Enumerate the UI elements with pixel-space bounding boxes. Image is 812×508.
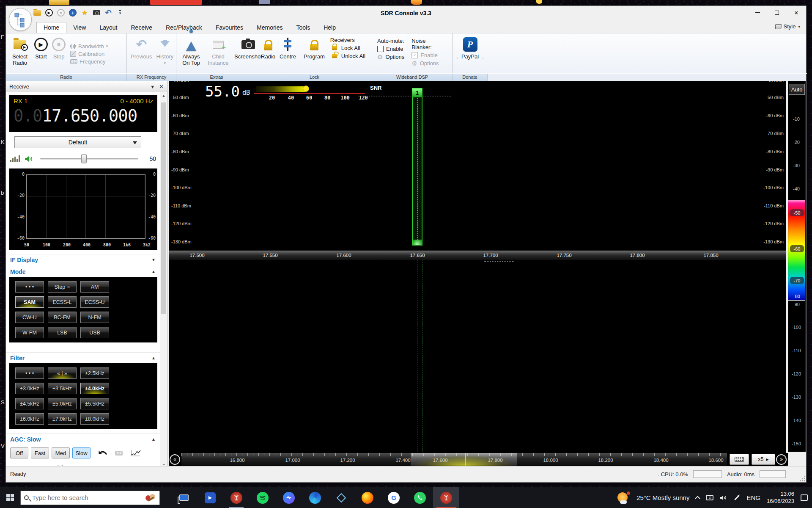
calibration-button[interactable]: Calibration bbox=[70, 51, 108, 57]
tray-expand-icon[interactable] bbox=[696, 495, 700, 500]
taskbar-spotify[interactable] bbox=[250, 487, 276, 508]
nav-ruler[interactable]: 16.800 17.000 17.200 17.400 17.600 17.80… bbox=[181, 453, 727, 466]
speaker-icon[interactable] bbox=[24, 155, 33, 163]
close-panel-icon[interactable]: ✕ bbox=[159, 83, 164, 90]
mode-n-fm-button[interactable]: N-FM bbox=[80, 312, 109, 323]
tab-memories[interactable]: Memories bbox=[250, 22, 289, 33]
mode-more-button[interactable]: • • • bbox=[15, 281, 44, 293]
scrollbar-thumb[interactable] bbox=[161, 102, 166, 314]
mode-bc-fm-button[interactable]: BC-FM bbox=[48, 312, 77, 323]
previous-button[interactable]: ↶ Previous bbox=[129, 35, 154, 72]
section-mode[interactable]: Mode▲ bbox=[6, 266, 160, 277]
volume-slider[interactable] bbox=[40, 158, 138, 160]
tab-favourites[interactable]: Favourites bbox=[209, 22, 250, 33]
agc-off-button[interactable]: Off bbox=[10, 447, 28, 458]
select-radio-button[interactable]: ▶ Select Radio bbox=[8, 35, 32, 72]
agc-slow-button[interactable]: Slow bbox=[72, 447, 91, 458]
frequency-display[interactable]: RX 1 0 - 4000 Hz 0.017.650.000 bbox=[9, 95, 157, 132]
equalizer-icon[interactable] bbox=[10, 155, 20, 162]
waterfall-colour-gradient[interactable]: -50 -60 -70 bbox=[788, 200, 805, 301]
filter-5-0-button[interactable]: ±5.0kHz bbox=[48, 398, 77, 409]
lock-program-button[interactable]: Program bbox=[302, 35, 327, 72]
slider-thumb[interactable] bbox=[81, 154, 87, 163]
scroll-up-icon[interactable]: ▲ bbox=[160, 92, 167, 99]
filter-6-0-button[interactable]: ±6.0kHz bbox=[15, 413, 44, 425]
history-button[interactable]: History ▾ bbox=[154, 35, 176, 72]
profile-dropdown[interactable]: Default bbox=[14, 136, 141, 148]
weather-text[interactable]: 25°C Mostly sunny bbox=[636, 494, 689, 501]
language-indicator[interactable]: ENG bbox=[746, 494, 760, 501]
mode-am-button[interactable]: AM bbox=[80, 281, 109, 293]
taskbar-movies-app[interactable]: ▶ bbox=[197, 487, 223, 508]
taskbar-edge[interactable] bbox=[302, 487, 328, 508]
nav-left-button[interactable]: « bbox=[170, 454, 180, 465]
filter-2-5-button[interactable]: ±2.5kHz bbox=[80, 367, 109, 379]
mode-sam-button[interactable]: SAM bbox=[15, 296, 44, 308]
minimize-button[interactable] bbox=[748, 6, 767, 19]
bandwidth-button[interactable]: Bandwidth▾ bbox=[70, 43, 108, 50]
style-selector[interactable]: Style ▾ bbox=[775, 23, 800, 30]
filter-8-0-button[interactable]: ±8.0kHz bbox=[80, 413, 109, 425]
filter-4-0-button[interactable]: ±4.0kHz bbox=[80, 383, 109, 394]
agc-chart-icon[interactable] bbox=[130, 449, 141, 457]
pen-icon[interactable] bbox=[734, 497, 740, 498]
agc-fast-button[interactable]: Fast bbox=[31, 447, 49, 458]
section-filter[interactable]: Filter▲ bbox=[6, 352, 160, 363]
taskbar-firefox[interactable] bbox=[354, 487, 381, 508]
resize-grip[interactable] bbox=[799, 475, 805, 481]
tab-receive[interactable]: Receive bbox=[124, 22, 159, 33]
mode-ecss-l-button[interactable]: ECSS-L bbox=[48, 296, 77, 308]
taskbar-messenger[interactable] bbox=[276, 487, 302, 508]
noise-blanker-options-button[interactable]: ⚙Options bbox=[411, 60, 447, 66]
filter-adjust-button[interactable]: « | » bbox=[48, 367, 77, 379]
notification-center-icon[interactable] bbox=[801, 494, 808, 501]
mode-lsb-button[interactable]: LSB bbox=[48, 327, 77, 338]
mode-step-button[interactable]: Step≡ bbox=[48, 281, 77, 293]
taskbar-whatsapp[interactable] bbox=[407, 487, 433, 508]
unlock-all-button[interactable]: Unlock All bbox=[330, 53, 365, 59]
spectrum-plot[interactable]: -40 dBm -50 dBm -60 dBm -70 dBm -80 dBm … bbox=[169, 81, 786, 251]
auto-mute-enable-checkbox[interactable]: Enable bbox=[377, 46, 404, 52]
filter-5-5-button[interactable]: ±5.5kHz bbox=[80, 398, 109, 409]
filter-3-0-button[interactable]: ±3.0kHz bbox=[15, 383, 44, 394]
agc-med-button[interactable]: Med bbox=[52, 447, 70, 458]
tab-layout[interactable]: Layout bbox=[93, 22, 124, 33]
lock-all-button[interactable]: Lock All bbox=[330, 45, 365, 51]
taskbar-search[interactable] bbox=[20, 491, 160, 505]
nav-right-button[interactable]: » bbox=[776, 454, 787, 465]
section-if-display[interactable]: IF Display▼ bbox=[6, 254, 160, 265]
receive-panel-header[interactable]: Receive ▼ ✕ bbox=[6, 81, 167, 92]
auto-mute-options-button[interactable]: ⚙Options bbox=[377, 54, 404, 60]
collapse-panel-icon[interactable]: ▼ bbox=[150, 84, 155, 89]
screen-cast-icon[interactable] bbox=[706, 495, 713, 500]
search-input[interactable] bbox=[32, 494, 129, 501]
taskbar-sdr-console-active[interactable] bbox=[433, 487, 459, 508]
taskbar-google[interactable]: G bbox=[381, 487, 407, 508]
mode-w-fm-button[interactable]: W-FM bbox=[15, 327, 44, 338]
nav-zoom-button[interactable]: x5 ▶ bbox=[752, 454, 775, 465]
tab-rec-playback[interactable]: Rec/Playback bbox=[159, 22, 209, 33]
filter-3-5-button[interactable]: ±3.5kHz bbox=[48, 383, 77, 394]
spectrum-display[interactable]: -40 dBm -50 dBm -60 dBm -70 dBm -80 dBm … bbox=[169, 81, 786, 467]
start-button[interactable] bbox=[0, 487, 20, 508]
mode-ecss-u-button[interactable]: ECSS-U bbox=[80, 296, 109, 308]
filter-more-button[interactable]: • • • bbox=[15, 367, 44, 379]
receiver-marker-number[interactable]: 1 bbox=[412, 88, 422, 97]
panel-scrollbar[interactable]: ▲ ⌄ bbox=[160, 92, 167, 467]
lock-radio-button[interactable]: Radio bbox=[259, 35, 277, 72]
close-button[interactable]: ✕ bbox=[787, 6, 806, 19]
audio-spectrum-graph[interactable]: 0 -20 -40 -60 0 -20 -40 -60 50 100 200 4… bbox=[9, 168, 157, 250]
tab-tools[interactable]: Tools bbox=[290, 22, 317, 33]
clock[interactable]: 13:06 16/06/2023 bbox=[767, 491, 794, 505]
tab-view[interactable]: View bbox=[66, 22, 93, 33]
mode-cw-u-button[interactable]: CW-U bbox=[15, 312, 44, 323]
nav-keyboard-button[interactable] bbox=[730, 454, 749, 465]
lock-centre-button[interactable]: Centre bbox=[277, 35, 298, 72]
paypal-button[interactable]: P .PayPal. bbox=[454, 35, 486, 72]
waterfall[interactable] bbox=[169, 260, 786, 452]
search-highlight-icon[interactable] bbox=[145, 492, 156, 503]
taskbar-task-view[interactable] bbox=[171, 487, 197, 508]
speaker-icon[interactable] bbox=[720, 495, 727, 501]
taskbar-sdr-console[interactable] bbox=[223, 487, 250, 508]
taskbar-gem-app[interactable] bbox=[328, 487, 354, 508]
